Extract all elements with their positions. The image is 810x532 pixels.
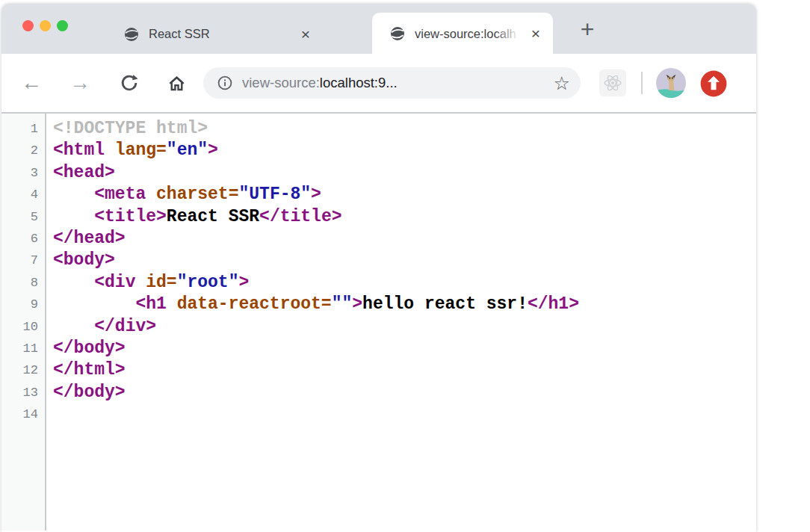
code-token-tag: <title> [94,207,167,226]
line-number: 2 [1,140,45,161]
code-token-val: "" [332,294,353,314]
code-token-tag: > [238,273,249,292]
source-line: <meta charset="UTF-8"> [53,184,756,205]
view-source-content: 1234567891011121314 <!DOCTYPE html><html… [1,114,756,531]
line-number-gutter: 1234567891011121314 [1,114,46,531]
back-button[interactable]: ← [19,70,44,96]
code-token-tag: </h1> [528,294,579,314]
code-token-doctype: <!DOCTYPE html> [53,119,208,138]
code-token-val: "UTF-8" [238,185,311,204]
code-token-tag: </head> [53,229,126,248]
code-token-plain [53,207,94,226]
browser-window: React SSR × view-source:localh × + ← → [1,4,756,532]
code-token-tag: <h1 [135,294,176,314]
code-token-tag: > [311,185,321,204]
code-token-tag: <div [94,273,146,292]
source-line: <!DOCTYPE html> [53,118,756,140]
source-line: <h1 data-reactroot="">hello react ssr!</… [53,294,756,315]
line-number: 11 [1,338,45,359]
address-bar[interactable]: view-source:localhost:9... ☆ [203,67,581,99]
tab-title-fade [495,25,520,42]
source-line: <body> [53,250,756,271]
chrome-update-button[interactable] [699,69,728,98]
toolbar: ← → view-source:localhost:9... [1,54,756,114]
home-icon [166,72,188,94]
source-code[interactable]: <!DOCTYPE html><html lang="en"><head> <m… [46,114,756,531]
code-token-attr: data-reactroot= [177,294,332,314]
code-token-tag: </body> [53,338,126,358]
code-token-tag: </title> [259,207,341,226]
line-number: 9 [1,294,45,315]
line-number: 13 [1,382,45,403]
source-line: </div> [53,316,756,338]
code-token-tag: > [352,294,362,314]
code-token-attr: charset= [156,185,238,204]
source-line [53,403,756,425]
reload-button[interactable] [117,70,142,96]
line-number: 5 [1,206,45,228]
line-number: 12 [1,359,45,381]
tab-react-ssr[interactable]: React SSR × [103,14,327,54]
zoom-window-button[interactable] [57,20,68,31]
code-token-tag: <html [53,140,115,160]
close-window-button[interactable] [22,20,34,31]
code-token-tag: <meta [94,185,156,204]
code-token-val: "en" [167,140,208,160]
extension-react-devtools-icon[interactable] [599,69,626,96]
url-text[interactable]: view-source:localhost:9... [242,75,548,91]
code-token-text: React SSR [167,207,259,226]
tab-title: React SSR [149,27,290,41]
code-token-tag: > [208,140,218,160]
tab-strip: React SSR × view-source:localh × + [1,4,756,54]
code-token-text: hello react ssr! [362,294,528,314]
source-line: </body> [53,382,756,403]
source-line: <div id="root"> [53,272,756,294]
line-number: 10 [1,316,45,338]
line-number: 14 [1,403,45,425]
code-token-tag: <body> [53,250,115,270]
source-line: </body> [53,338,756,359]
info-icon[interactable] [217,75,233,91]
chrome-update-icon [699,69,728,98]
line-number: 3 [1,162,45,184]
line-number: 1 [1,118,45,140]
minimize-window-button[interactable] [40,20,51,31]
code-token-plain [53,273,94,292]
code-token-tag: <head> [53,163,115,182]
code-token-plain [53,317,94,336]
source-line: </head> [53,228,756,250]
code-token-plain [53,294,135,314]
url-host: localhost:9... [320,75,398,90]
line-number: 7 [1,250,45,271]
code-token-attr: id= [146,273,176,292]
code-token-attr: lang= [115,140,167,160]
source-line: </html> [53,359,756,381]
close-tab-icon[interactable]: × [297,27,314,42]
line-number: 8 [1,272,45,294]
traffic-lights [22,20,68,31]
home-button[interactable] [164,70,189,96]
new-tab-button[interactable]: + [574,14,601,44]
url-scheme: view-source: [242,75,320,90]
code-token-val: "root" [177,273,239,292]
globe-favicon-icon [390,26,405,41]
close-tab-icon[interactable]: × [528,26,544,41]
forward-button[interactable]: → [67,70,93,96]
source-line: <title>React SSR</title> [53,206,756,228]
line-number: 4 [1,184,45,205]
code-token-plain [53,185,94,204]
code-token-tag: </body> [53,383,126,402]
reload-icon [119,72,140,93]
profile-avatar[interactable] [656,68,686,98]
line-number: 6 [1,228,45,250]
source-line: <html lang="en"> [53,140,756,161]
toolbar-divider [641,72,643,94]
tab-view-source[interactable]: view-source:localh × [372,13,553,54]
bookmark-star-icon[interactable]: ☆ [554,74,570,93]
code-token-tag: </html> [53,360,126,380]
globe-favicon-icon [124,27,139,42]
code-token-tag: </div> [94,317,156,336]
source-line: <head> [53,162,756,184]
